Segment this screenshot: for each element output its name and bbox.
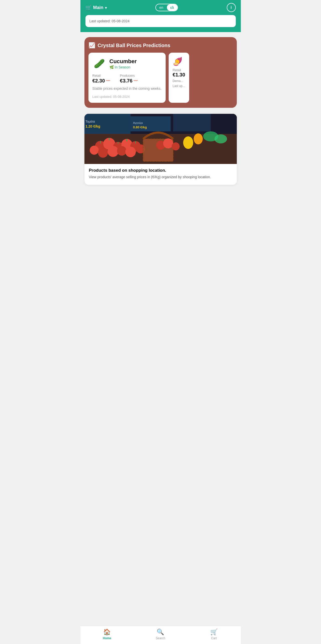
sweet-potato-partial-label: Dema... (173, 79, 185, 83)
main-menu-label: Main (93, 5, 103, 10)
svg-text:1.20 €/kg: 1.20 €/kg (85, 124, 100, 128)
cucumber-price-row: Retail €2.30 〰 Producers €3.76 〰 (92, 74, 162, 84)
sweet-potato-retail-label: Retail (173, 68, 185, 72)
cucumber-producers-col: Producers €3.76 〰 (120, 74, 138, 84)
app-header: 🛒 Main en ελ i (80, 0, 241, 15)
cucumber-card-header: 🥒 Cucumber 🌿 In Season (92, 57, 162, 71)
svg-point-22 (172, 142, 180, 150)
svg-point-23 (183, 136, 193, 149)
cucumber-retail-col: Retail €2.30 〰 (92, 74, 110, 84)
svg-text:Αγγούρι: Αγγούρι (133, 121, 143, 124)
market-text: Products based on shopping location. Vie… (84, 164, 237, 185)
market-image: Τομάτα 1.20 €/kg Αγγούρι 0.80 €/kg (84, 114, 237, 164)
crystal-cards-row[interactable]: 🥒 Cucumber 🌿 In Season Retail €2.30 (88, 53, 233, 103)
svg-rect-29 (173, 114, 211, 131)
svg-point-7 (90, 146, 99, 155)
market-description: View products' average selling prices in… (89, 174, 232, 180)
sweet-potato-retail-price: €1.30 (173, 72, 185, 78)
sweet-potato-card-partial[interactable]: 🍠 Retail €1.30 Dema... Last up... (169, 53, 189, 103)
chevron-down-icon (105, 5, 107, 10)
cucumber-card[interactable]: 🥒 Cucumber 🌿 In Season Retail €2.30 (88, 53, 166, 103)
sweet-potato-last-updated-partial: Last up... (173, 84, 185, 88)
cucumber-retail-trend-icon: 〰 (106, 79, 110, 83)
cucumber-retail-price: €2.30 〰 (92, 78, 110, 84)
cucumber-season-badge: 🌿 In Season (110, 65, 137, 69)
chart-icon: 📈 (88, 42, 95, 49)
top-card: Last updated: 05-08-2024 (85, 15, 236, 27)
top-card-wrapper: Last updated: 05-08-2024 (80, 15, 241, 32)
info-button[interactable]: i (227, 3, 236, 12)
crystal-ball-section: 📈 Crystal Ball Prices Predictions 🥒 Cucu… (84, 37, 237, 108)
main-content: 📈 Crystal Ball Prices Predictions 🥒 Cucu… (80, 32, 241, 215)
basket-icon: 🛒 (85, 5, 92, 11)
cucumber-producers-label: Producers (120, 74, 138, 77)
crystal-title: Crystal Ball Prices Predictions (98, 43, 170, 48)
lang-el-button[interactable]: ελ (167, 4, 177, 11)
cucumber-status: In Season (115, 65, 131, 69)
svg-point-26 (215, 134, 227, 143)
market-title: Products based on shopping location. (89, 168, 232, 173)
cucumber-last-updated: Last updated: 05-08-2024 (92, 95, 130, 99)
market-section[interactable]: Τομάτα 1.20 €/kg Αγγούρι 0.80 €/kg Produ… (84, 114, 237, 185)
cucumber-retail-label: Retail (92, 74, 110, 77)
language-switcher[interactable]: en ελ (155, 4, 178, 11)
cucumber-producers-price: €3.76 〰 (120, 78, 138, 84)
cucumber-name: Cucumber (110, 58, 137, 65)
svg-point-21 (163, 138, 173, 148)
cucumber-description: Stable prices expected in the coming wee… (92, 86, 162, 91)
lang-en-button[interactable]: en (156, 4, 167, 11)
svg-point-11 (125, 147, 136, 157)
top-card-last-updated: Last updated: 05-08-2024 (89, 19, 130, 23)
crystal-header: 📈 Crystal Ball Prices Predictions (88, 42, 233, 49)
svg-point-24 (194, 133, 203, 144)
svg-rect-27 (84, 114, 131, 134)
svg-point-10 (117, 146, 127, 156)
svg-point-9 (108, 146, 119, 157)
leaf-icon: 🌿 (110, 65, 114, 69)
cucumber-info: Cucumber 🌿 In Season (110, 58, 137, 69)
sweet-potato-emoji: 🍠 (173, 57, 185, 66)
cucumber-emoji: 🥒 (92, 57, 106, 71)
svg-text:0.80 €/kg: 0.80 €/kg (133, 125, 147, 129)
svg-text:Τομάτα: Τομάτα (85, 120, 95, 123)
main-menu[interactable]: 🛒 Main (85, 5, 107, 11)
svg-point-8 (98, 148, 108, 158)
cucumber-producers-trend-icon: 〰 (134, 79, 138, 83)
